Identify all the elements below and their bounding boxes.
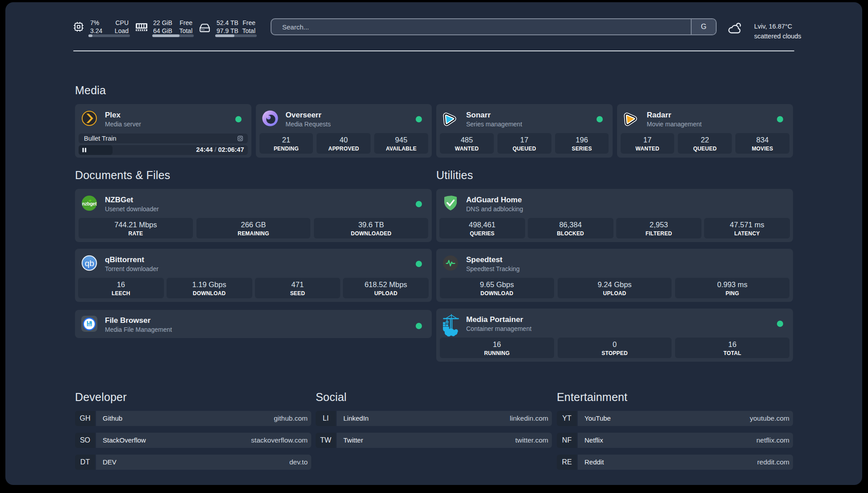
svg-text:qb: qb: [85, 259, 94, 268]
svg-text:nzbget: nzbget: [82, 201, 97, 206]
